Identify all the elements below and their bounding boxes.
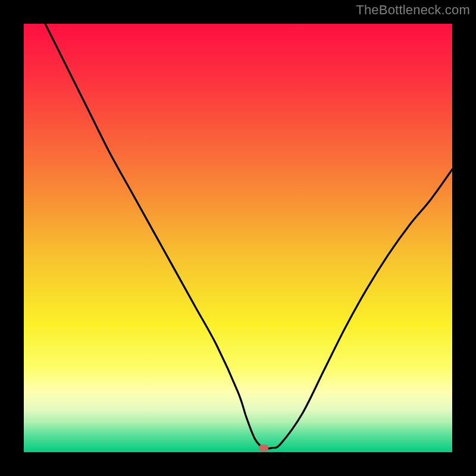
bottleneck-curve [24,24,452,452]
watermark-text: TheBottleneck.com [356,2,470,18]
optimum-marker [259,444,268,451]
chart-frame: TheBottleneck.com [0,0,476,476]
plot-area [24,24,452,452]
